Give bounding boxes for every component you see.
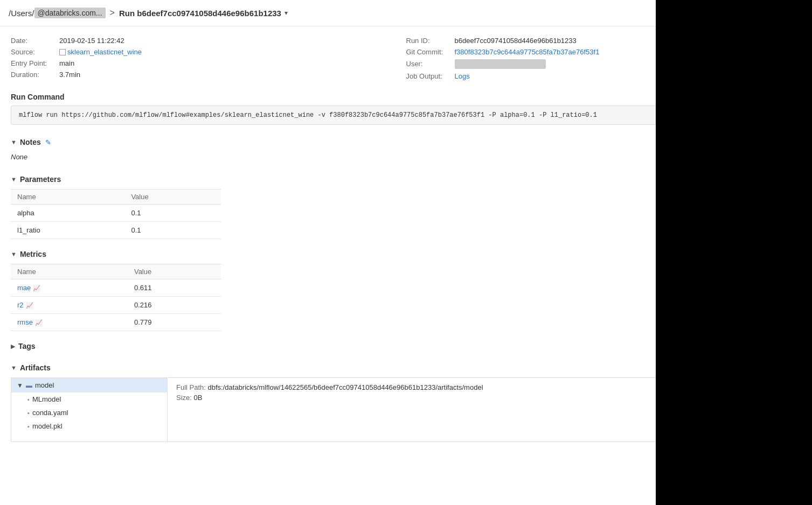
parameters-label: Parameters (20, 175, 61, 184)
metric-value: 0.779 (128, 314, 221, 331)
duration-label: Duration: (11, 71, 59, 79)
metrics-col-value: Value (128, 264, 221, 279)
artifact-file-mlmodel[interactable]: ▪ MLmodel (11, 392, 167, 406)
run-id-label: Run ID: (406, 37, 455, 45)
breadcrumb-separator: > (110, 8, 115, 18)
metric-link[interactable]: rmse (17, 318, 33, 326)
duration-row: Duration: 3.7min (11, 69, 406, 80)
right-panel (656, 0, 812, 505)
table-row: alpha0.1 (11, 205, 221, 222)
source-file-icon (59, 49, 66, 55)
parameters-table-header-row: Name Value (11, 190, 221, 205)
source-link[interactable]: sklearn_elasticnet_wine (67, 48, 142, 56)
metric-name[interactable]: r2📈 (11, 297, 128, 314)
artifacts-toggle-icon: ▼ (11, 364, 17, 371)
metric-value: 0.216 (128, 297, 221, 314)
git-commit-label: Git Commit: (406, 48, 455, 56)
breadcrumb-user: @databricks.com... (34, 8, 106, 18)
git-commit-value: f380f8323b7c9c644a9775c85fa7b37ae76f53f1 (455, 48, 600, 56)
duration-value: 3.7min (59, 71, 80, 79)
chart-icon[interactable]: 📈 (26, 302, 33, 309)
artifact-full-path-label: Full Path: (176, 383, 206, 391)
metric-name[interactable]: rmse📈 (11, 314, 128, 331)
date-value: 2019-02-15 11:22:42 (59, 37, 124, 45)
table-row: r2📈0.216 (11, 297, 221, 314)
artifact-file-modelpkl-label: model.pkl (32, 422, 63, 430)
notes-toggle-icon: ▼ (11, 139, 17, 145)
param-name: alpha (11, 205, 124, 222)
param-value: 0.1 (124, 222, 221, 239)
metric-name[interactable]: mae📈 (11, 279, 128, 297)
page-wrapper: /Users/ @databricks.com... > Run b6deef7… (0, 0, 812, 505)
source-row: Source: sklearn_elasticnet_wine (11, 46, 406, 58)
dropdown-arrow-icon[interactable]: ▾ (284, 9, 288, 17)
source-label: Source: (11, 48, 59, 56)
job-output-label: Job Output: (406, 72, 455, 80)
notes-edit-icon[interactable]: ✎ (45, 138, 51, 146)
metric-value: 0.611 (128, 279, 221, 297)
folder-icon: ▬ (26, 382, 32, 389)
table-row: l1_ratio0.1 (11, 222, 221, 239)
table-row: mae📈0.611 (11, 279, 221, 297)
source-value: sklearn_elasticnet_wine (59, 48, 142, 56)
metrics-table-header-row: Name Value (11, 264, 221, 279)
artifact-size-label: Size: (176, 394, 192, 402)
metrics-col-name: Name (11, 264, 128, 279)
logs-link[interactable]: Logs (455, 72, 470, 80)
metrics-label: Metrics (20, 250, 46, 258)
date-label: Date: (11, 37, 59, 45)
artifact-file-conda-label: conda.yaml (32, 409, 68, 417)
metadata-left-col: Date: 2019-02-15 11:22:42 Source: sklear… (11, 35, 406, 82)
table-row: rmse📈0.779 (11, 314, 221, 331)
artifact-size-value: 0B (194, 394, 203, 402)
artifact-full-path-value: dbfs:/databricks/mlflow/14622565/b6deef7… (208, 383, 483, 391)
artifact-file-conda[interactable]: ▪ conda.yaml (11, 406, 167, 419)
chart-icon[interactable]: 📈 (33, 285, 40, 292)
parameters-table: Name Value alpha0.1l1_ratio0.1 (11, 189, 221, 239)
metric-link[interactable]: mae (17, 284, 31, 292)
parameters-toggle-icon: ▼ (11, 176, 17, 183)
entry-point-row: Entry Point: main (11, 58, 406, 69)
user-label: User: (406, 60, 455, 68)
git-commit-link[interactable]: f380f8323b7c9c644a9775c85fa7b37ae76f53f1 (455, 48, 600, 56)
param-name: l1_ratio (11, 222, 124, 239)
metric-link[interactable]: r2 (17, 301, 24, 309)
breadcrumb-path: /Users/ (9, 9, 34, 18)
job-output-value: Logs (455, 72, 470, 80)
folder-toggle-icon: ▼ (17, 382, 23, 389)
artifacts-label: Artifacts (20, 363, 51, 372)
parameters-col-value: Value (124, 190, 221, 205)
run-id-value: b6deef7cc09741058d446e96b61b1233 (455, 37, 577, 45)
artifact-file-mlmodel-label: MLmodel (32, 395, 61, 403)
user-value: ██████████████████ (455, 59, 546, 69)
file-icon-mlmodel: ▪ (27, 396, 30, 403)
file-icon-conda: ▪ (27, 410, 30, 416)
parameters-col-name: Name (11, 190, 124, 205)
artifact-tree: ▼ ▬ model ▪ MLmodel ▪ conda.yaml (11, 378, 168, 441)
file-icon-modelpkl: ▪ (27, 423, 30, 430)
tags-label: Tags (18, 342, 36, 350)
metrics-toggle-icon: ▼ (11, 251, 17, 257)
param-value: 0.1 (124, 205, 221, 222)
date-row: Date: 2019-02-15 11:22:42 (11, 35, 406, 46)
artifact-file-modelpkl[interactable]: ▪ model.pkl (11, 419, 167, 433)
breadcrumb-run-title: Run b6deef7cc09741058d446e96b61b1233 (119, 9, 281, 18)
artifact-folder-name: model (35, 381, 54, 389)
chart-icon[interactable]: 📈 (35, 319, 43, 326)
artifact-folder-model[interactable]: ▼ ▬ model (11, 378, 167, 392)
entry-point-value: main (59, 59, 74, 67)
metrics-table: Name Value mae📈0.611r2📈0.216rmse📈0.779 (11, 264, 221, 331)
entry-point-label: Entry Point: (11, 59, 59, 67)
notes-label: Notes (20, 138, 41, 146)
tags-toggle-icon: ▶ (11, 343, 15, 350)
